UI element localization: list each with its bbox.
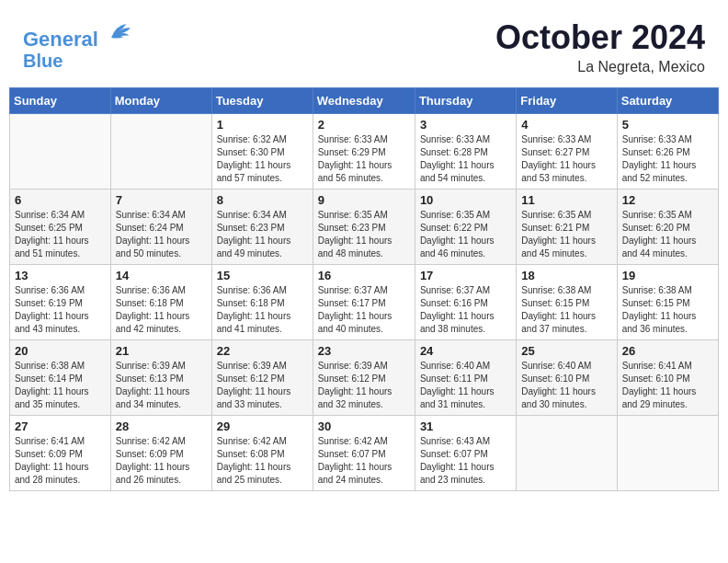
calendar-cell: 18Sunrise: 6:38 AM Sunset: 6:15 PM Dayli… bbox=[517, 265, 617, 340]
day-info: Sunrise: 6:34 AM Sunset: 6:25 PM Dayligh… bbox=[15, 209, 106, 260]
weekday-header-tuesday: Tuesday bbox=[211, 88, 313, 114]
day-info: Sunrise: 6:34 AM Sunset: 6:24 PM Dayligh… bbox=[116, 209, 207, 260]
logo-bird-icon bbox=[106, 18, 133, 46]
weekday-header-wednesday: Wednesday bbox=[313, 88, 415, 114]
day-info: Sunrise: 6:41 AM Sunset: 6:10 PM Dayligh… bbox=[622, 360, 713, 411]
calendar-cell: 2Sunrise: 6:33 AM Sunset: 6:29 PM Daylig… bbox=[313, 114, 415, 190]
calendar-cell bbox=[110, 114, 211, 190]
day-number: 19 bbox=[622, 269, 713, 282]
calendar-table: SundayMondayTuesdayWednesdayThursdayFrid… bbox=[9, 87, 719, 491]
calendar-cell: 14Sunrise: 6:36 AM Sunset: 6:18 PM Dayli… bbox=[110, 265, 211, 340]
day-info: Sunrise: 6:42 AM Sunset: 6:08 PM Dayligh… bbox=[217, 435, 308, 487]
calendar-cell: 5Sunrise: 6:33 AM Sunset: 6:26 PM Daylig… bbox=[617, 114, 718, 190]
calendar-cell: 8Sunrise: 6:34 AM Sunset: 6:23 PM Daylig… bbox=[211, 190, 313, 265]
day-number: 2 bbox=[318, 118, 410, 132]
week-row-3: 13Sunrise: 6:36 AM Sunset: 6:19 PM Dayli… bbox=[10, 265, 719, 340]
day-info: Sunrise: 6:40 AM Sunset: 6:11 PM Dayligh… bbox=[420, 360, 511, 411]
day-info: Sunrise: 6:36 AM Sunset: 6:18 PM Dayligh… bbox=[116, 284, 207, 336]
weekday-header-row: SundayMondayTuesdayWednesdayThursdayFrid… bbox=[10, 88, 719, 114]
calendar-cell: 11Sunrise: 6:35 AM Sunset: 6:21 PM Dayli… bbox=[517, 190, 617, 265]
calendar-cell: 9Sunrise: 6:35 AM Sunset: 6:23 PM Daylig… bbox=[313, 190, 415, 265]
day-number: 4 bbox=[521, 118, 611, 132]
calendar-cell: 30Sunrise: 6:42 AM Sunset: 6:07 PM Dayli… bbox=[313, 416, 415, 491]
day-number: 14 bbox=[116, 269, 207, 282]
title-block: October 2024 La Negreta, Mexico bbox=[495, 18, 705, 75]
logo-text: General bbox=[23, 18, 133, 51]
calendar-cell: 13Sunrise: 6:36 AM Sunset: 6:19 PM Dayli… bbox=[10, 265, 111, 340]
day-info: Sunrise: 6:43 AM Sunset: 6:07 PM Dayligh… bbox=[420, 435, 511, 487]
calendar-cell: 23Sunrise: 6:39 AM Sunset: 6:12 PM Dayli… bbox=[313, 340, 415, 416]
location: La Negreta, Mexico bbox=[495, 59, 705, 75]
calendar-cell: 15Sunrise: 6:36 AM Sunset: 6:18 PM Dayli… bbox=[211, 265, 313, 340]
calendar-cell: 16Sunrise: 6:37 AM Sunset: 6:17 PM Dayli… bbox=[313, 265, 415, 340]
calendar-cell: 7Sunrise: 6:34 AM Sunset: 6:24 PM Daylig… bbox=[110, 190, 211, 265]
day-info: Sunrise: 6:38 AM Sunset: 6:15 PM Dayligh… bbox=[622, 284, 713, 336]
calendar-cell: 1Sunrise: 6:32 AM Sunset: 6:30 PM Daylig… bbox=[211, 114, 313, 190]
day-info: Sunrise: 6:32 AM Sunset: 6:30 PM Dayligh… bbox=[217, 133, 308, 185]
weekday-header-monday: Monday bbox=[110, 88, 211, 114]
calendar-cell: 10Sunrise: 6:35 AM Sunset: 6:22 PM Dayli… bbox=[415, 190, 516, 265]
day-number: 22 bbox=[217, 344, 308, 358]
day-info: Sunrise: 6:40 AM Sunset: 6:10 PM Dayligh… bbox=[521, 360, 611, 411]
day-number: 1 bbox=[217, 118, 308, 132]
day-info: Sunrise: 6:38 AM Sunset: 6:15 PM Dayligh… bbox=[521, 284, 611, 336]
day-number: 5 bbox=[622, 118, 713, 132]
day-number: 13 bbox=[15, 269, 106, 282]
day-number: 28 bbox=[116, 419, 207, 433]
day-info: Sunrise: 6:38 AM Sunset: 6:14 PM Dayligh… bbox=[15, 360, 106, 411]
day-number: 7 bbox=[116, 193, 207, 207]
day-number: 20 bbox=[15, 344, 106, 358]
logo-blue-text: Blue bbox=[23, 51, 133, 71]
day-number: 10 bbox=[420, 193, 511, 207]
weekday-header-thursday: Thursday bbox=[415, 88, 516, 114]
calendar-cell: 6Sunrise: 6:34 AM Sunset: 6:25 PM Daylig… bbox=[10, 190, 111, 265]
week-row-1: 1Sunrise: 6:32 AM Sunset: 6:30 PM Daylig… bbox=[10, 114, 719, 190]
weekday-header-friday: Friday bbox=[517, 88, 617, 114]
calendar-cell: 22Sunrise: 6:39 AM Sunset: 6:12 PM Dayli… bbox=[211, 340, 313, 416]
month-title: October 2024 bbox=[495, 18, 705, 57]
logo: General Blue bbox=[23, 18, 133, 71]
calendar-cell: 27Sunrise: 6:41 AM Sunset: 6:09 PM Dayli… bbox=[10, 416, 111, 491]
week-row-2: 6Sunrise: 6:34 AM Sunset: 6:25 PM Daylig… bbox=[10, 190, 719, 265]
calendar-cell bbox=[517, 416, 617, 491]
day-info: Sunrise: 6:35 AM Sunset: 6:20 PM Dayligh… bbox=[622, 209, 713, 260]
day-info: Sunrise: 6:33 AM Sunset: 6:27 PM Dayligh… bbox=[521, 133, 611, 185]
page-header: General Blue October 2024 La Negreta, Me… bbox=[9, 9, 719, 80]
day-number: 31 bbox=[420, 419, 511, 433]
day-info: Sunrise: 6:33 AM Sunset: 6:28 PM Dayligh… bbox=[420, 133, 511, 185]
weekday-header-sunday: Sunday bbox=[10, 88, 111, 114]
calendar-cell: 31Sunrise: 6:43 AM Sunset: 6:07 PM Dayli… bbox=[415, 416, 516, 491]
calendar-cell: 28Sunrise: 6:42 AM Sunset: 6:09 PM Dayli… bbox=[110, 416, 211, 491]
calendar-cell: 12Sunrise: 6:35 AM Sunset: 6:20 PM Dayli… bbox=[617, 190, 718, 265]
calendar-cell: 4Sunrise: 6:33 AM Sunset: 6:27 PM Daylig… bbox=[517, 114, 617, 190]
day-number: 23 bbox=[318, 344, 410, 358]
day-info: Sunrise: 6:35 AM Sunset: 6:22 PM Dayligh… bbox=[420, 209, 511, 260]
day-number: 15 bbox=[217, 269, 308, 282]
day-info: Sunrise: 6:35 AM Sunset: 6:21 PM Dayligh… bbox=[521, 209, 611, 260]
day-number: 30 bbox=[318, 419, 410, 433]
weekday-header-saturday: Saturday bbox=[617, 88, 718, 114]
calendar-cell: 21Sunrise: 6:39 AM Sunset: 6:13 PM Dayli… bbox=[110, 340, 211, 416]
day-number: 8 bbox=[217, 193, 308, 207]
day-number: 26 bbox=[622, 344, 713, 358]
week-row-4: 20Sunrise: 6:38 AM Sunset: 6:14 PM Dayli… bbox=[10, 340, 719, 416]
calendar-cell bbox=[10, 114, 111, 190]
day-number: 21 bbox=[116, 344, 207, 358]
day-info: Sunrise: 6:36 AM Sunset: 6:19 PM Dayligh… bbox=[15, 284, 106, 336]
day-number: 9 bbox=[318, 193, 410, 207]
day-number: 11 bbox=[521, 193, 611, 207]
calendar-cell bbox=[617, 416, 718, 491]
day-number: 6 bbox=[15, 193, 106, 207]
day-number: 18 bbox=[521, 269, 611, 282]
day-info: Sunrise: 6:33 AM Sunset: 6:29 PM Dayligh… bbox=[318, 133, 410, 185]
calendar-cell: 26Sunrise: 6:41 AM Sunset: 6:10 PM Dayli… bbox=[617, 340, 718, 416]
day-info: Sunrise: 6:41 AM Sunset: 6:09 PM Dayligh… bbox=[15, 435, 106, 487]
day-number: 3 bbox=[420, 118, 511, 132]
day-info: Sunrise: 6:39 AM Sunset: 6:13 PM Dayligh… bbox=[116, 360, 207, 411]
day-number: 16 bbox=[318, 269, 410, 282]
day-number: 29 bbox=[217, 419, 308, 433]
day-info: Sunrise: 6:35 AM Sunset: 6:23 PM Dayligh… bbox=[318, 209, 410, 260]
calendar-cell: 20Sunrise: 6:38 AM Sunset: 6:14 PM Dayli… bbox=[10, 340, 111, 416]
calendar-cell: 29Sunrise: 6:42 AM Sunset: 6:08 PM Dayli… bbox=[211, 416, 313, 491]
day-info: Sunrise: 6:42 AM Sunset: 6:09 PM Dayligh… bbox=[116, 435, 207, 487]
